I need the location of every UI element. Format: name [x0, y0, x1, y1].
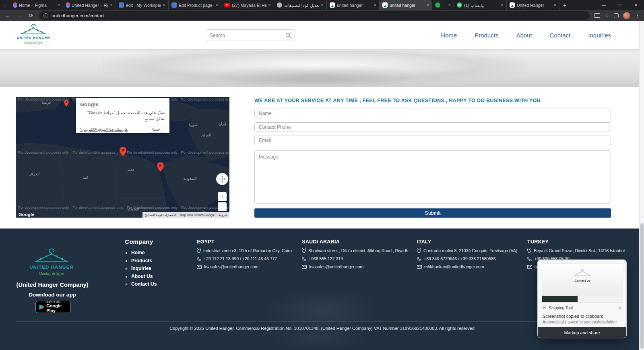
play-badge-line2: Google Play — [46, 303, 67, 313]
footer-link-contact-us[interactable]: Contact Us — [131, 281, 157, 287]
install-app-icon[interactable] — [594, 13, 600, 18]
message-textarea[interactable] — [254, 150, 611, 204]
snipping-tool-notification[interactable]: Contact us ✂ Snipping Tool ⋯ × Screensho… — [537, 259, 627, 338]
site-info-icon[interactable]: i — [43, 13, 48, 18]
submit-button[interactable]: Submit — [254, 208, 611, 218]
nav-contact[interactable]: Contact — [550, 32, 571, 39]
tab-close-icon[interactable]: × — [448, 3, 451, 7]
google-play-badge[interactable]: GET IT ON Google Play — [35, 301, 71, 313]
main-navigation: Home Products About Contact Inquiries — [441, 21, 611, 49]
google-map[interactable]: فرنسا اليونان تركيا سوريا العراق إيران ا… — [16, 97, 229, 218]
email-input[interactable] — [254, 136, 611, 145]
markup-and-share-button[interactable]: Markup and share — [538, 327, 626, 338]
location-email[interactable]: ksasales@unitedhanger.com — [204, 264, 258, 269]
footer-link-about-us[interactable]: About Us — [131, 274, 157, 279]
bookmark-star-icon[interactable]: ☆ — [605, 12, 609, 19]
footer-link-products[interactable]: Products — [131, 258, 157, 264]
browser-toolbar: ← → ⟳ i unitedhanger.com/contact ☆ ⋮ — [0, 10, 644, 21]
back-button[interactable]: ← — [4, 12, 11, 19]
map-marker-icon[interactable] — [64, 100, 69, 107]
browser-tab-bar: ⌄ Home – Figma × United Hanger – Figma ×… — [0, 0, 644, 10]
logo-wordmark: UNITED HANGER — [29, 264, 74, 270]
map-marker-icon[interactable] — [157, 162, 164, 172]
browser-tab[interactable]: edit - My Workspace × — [116, 0, 169, 10]
browser-tab[interactable]: Home – Figma × — [10, 0, 63, 10]
minimize-button[interactable]: — — [596, 0, 612, 10]
tab-close-icon[interactable]: × — [374, 3, 376, 7]
forward-button[interactable]: → — [16, 12, 23, 19]
map-data-text: Map data ©2025 Google — [180, 213, 215, 217]
nav-products[interactable]: Products — [475, 32, 498, 39]
browser-tab[interactable]: (27) Mayada El Hennawy - Eh × — [221, 0, 274, 10]
browser-tab[interactable]: واتساب (1) × — [454, 0, 507, 10]
notification-close-icon[interactable]: × — [617, 306, 622, 311]
browser-tab[interactable]: United Hanger × — [507, 0, 559, 10]
browser-tab[interactable]: united hanger × — [327, 0, 380, 10]
search-input[interactable] — [210, 33, 285, 38]
browser-tab[interactable]: تعديل كود التصنيفات × — [274, 0, 327, 10]
nav-about[interactable]: About — [516, 32, 532, 39]
location-name: ITALY — [417, 239, 517, 245]
united-hanger-logo[interactable]: UNITED HANGER Quality & Style — [17, 23, 50, 48]
page-scrollbar[interactable] — [639, 21, 644, 350]
site-favicon-icon — [171, 2, 177, 8]
nav-inquiries[interactable]: Inquiries — [588, 32, 611, 39]
terms-link[interactable]: شروط — [219, 213, 227, 217]
close-window-button[interactable]: ✕ — [628, 0, 644, 10]
tab-close-icon[interactable]: × — [321, 3, 324, 7]
tab-close-icon[interactable]: × — [427, 3, 429, 7]
keyboard-shortcuts-link[interactable]: اختصارات لوحة المفاتيح — [144, 213, 176, 217]
map-pan-control[interactable] — [216, 173, 228, 185]
browser-tab[interactable]: × — [432, 0, 454, 10]
dialog-owner-link[interactable]: هل تملك هذا الموقع الإلكتروني؟ — [80, 128, 128, 132]
map-attribution: اختصارات لوحة المفاتيح Map data ©2025 Go… — [142, 212, 229, 218]
extensions-icon[interactable] — [614, 13, 619, 18]
profile-avatar[interactable] — [623, 12, 630, 19]
map-zoom-out-button[interactable]: − — [218, 202, 227, 211]
dialog-ok-button[interactable]: حسنًا — [147, 126, 165, 133]
google-maps-error-dialog: Google يتعذّر على هذه الصفحة تحميل "خرائ… — [76, 98, 169, 133]
scrollbar-thumb[interactable] — [640, 223, 644, 349]
google-map-logo[interactable]: Google — [19, 212, 35, 217]
footer-location-italy: ITALY Contrada mulini 8, 21034 Cocquio, … — [417, 239, 517, 269]
tab-close-icon[interactable]: × — [501, 3, 504, 7]
tab-close-icon[interactable]: × — [58, 3, 60, 7]
google-play-icon — [39, 304, 44, 311]
screenshot-thumbnail[interactable]: Contact us — [542, 263, 623, 303]
footer-link-inquiries[interactable]: Inquiries — [131, 266, 157, 271]
address-bar[interactable]: i unitedhanger.com/contact — [39, 11, 590, 20]
browser-tab[interactable]: United Hanger – Figma × — [63, 0, 116, 10]
tab-close-icon[interactable]: × — [554, 3, 556, 7]
map-label: ليبيا — [83, 175, 88, 179]
location-address: Beyazit Grand Pazar, Divrikli Sok, 14/16… — [534, 248, 625, 253]
footer-link-home[interactable]: Home — [131, 250, 157, 255]
location-email[interactable]: mhkhankan@unitedhanger.com — [424, 264, 484, 269]
new-tab-button[interactable]: + — [559, 0, 570, 10]
map-watermark: For development purposes only — [181, 97, 229, 101]
map-zoom-in-button[interactable]: + — [218, 192, 227, 201]
map-marker-icon[interactable] — [120, 147, 126, 156]
maximize-button[interactable]: □ — [612, 0, 628, 10]
tab-close-icon[interactable]: × — [268, 3, 271, 7]
browser-tab-active[interactable]: united hanger × — [380, 0, 432, 10]
phone-icon — [302, 257, 306, 261]
reload-button[interactable]: ⟳ — [27, 12, 35, 19]
contact-phone-input[interactable] — [254, 122, 611, 132]
browser-tab[interactable]: Edit Product page query × — [169, 0, 221, 10]
location-address: Industrial zone c3, 10th of Ramadan City… — [203, 248, 292, 253]
footer-location-egypt: EGYPT Industrial zone c3, 10th of Ramada… — [197, 239, 292, 269]
united-hanger-favicon-icon — [330, 2, 335, 8]
search-icon[interactable] — [285, 33, 291, 38]
logo-tagline: Quality & Style — [24, 41, 43, 45]
location-email[interactable]: ksasales@unitedhanger.com — [309, 264, 363, 269]
scissors-icon: ✂ — [543, 305, 546, 311]
name-input[interactable] — [254, 109, 611, 118]
notification-more-icon[interactable]: ⋯ — [608, 305, 615, 311]
tab-close-icon[interactable]: × — [110, 3, 113, 7]
tab-close-icon[interactable]: × — [163, 3, 165, 7]
tab-close-icon[interactable]: × — [216, 3, 218, 7]
nav-home[interactable]: Home — [441, 32, 457, 39]
map-label: العراق — [201, 133, 211, 137]
tab-search-chevron-icon[interactable]: ⌄ — [0, 0, 10, 10]
browser-menu-icon[interactable]: ⋮ — [635, 12, 640, 19]
